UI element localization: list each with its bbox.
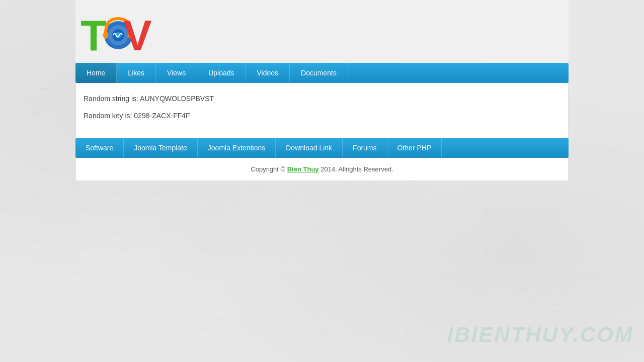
- logo-area: T V: [75, 0, 569, 63]
- nav-documents[interactable]: Documents: [290, 63, 348, 83]
- nav-views[interactable]: Views: [156, 63, 197, 83]
- nav-likes[interactable]: Likes: [117, 63, 156, 83]
- main-nav: Home Likes Views Uploads Videos Document…: [75, 63, 569, 83]
- svg-point-1: [25, 148, 31, 154]
- footer: Copyright © Bien Thuy 2014. Allrights Re…: [75, 158, 569, 181]
- svg-point-3: [609, 138, 614, 143]
- svg-point-2: [613, 72, 620, 79]
- svg-point-0: [29, 97, 37, 105]
- random-string-text: Random string is: AUNYQWOLDSPBVST: [84, 93, 560, 104]
- logo-container: T V: [75, 8, 153, 58]
- subnav-joomla-template[interactable]: Joomla Template: [124, 138, 198, 158]
- svg-rect-9: [103, 32, 108, 39]
- brand-link[interactable]: Bien Thuy: [287, 165, 319, 173]
- sub-nav: Software Joomla Template Joomla Extentio…: [75, 138, 569, 158]
- subnav-joomla-extentions[interactable]: Joomla Extentions: [198, 138, 276, 158]
- nav-uploads[interactable]: Uploads: [197, 63, 246, 83]
- copyright-suffix: 2014. Allrights Reserved.: [319, 165, 393, 173]
- subnav-other-php[interactable]: Other PHP: [387, 138, 442, 158]
- subnav-forums[interactable]: Forums: [343, 138, 387, 158]
- random-key-text: Random key is: 0298-ZACX-FF4F: [84, 110, 560, 121]
- svg-text:T: T: [80, 12, 107, 58]
- content-area: Random string is: AUNYQWOLDSPBVST Random…: [75, 83, 569, 138]
- svg-text:V: V: [123, 12, 152, 58]
- nav-videos[interactable]: Videos: [246, 63, 290, 83]
- subnav-download-link[interactable]: Download Link: [276, 138, 343, 158]
- nav-home[interactable]: Home: [75, 63, 117, 83]
- copyright-prefix: Copyright ©: [251, 165, 287, 173]
- watermark: IBIENTHUY.COM: [447, 323, 634, 347]
- site-logo: T V: [78, 8, 153, 58]
- subnav-software[interactable]: Software: [75, 138, 124, 158]
